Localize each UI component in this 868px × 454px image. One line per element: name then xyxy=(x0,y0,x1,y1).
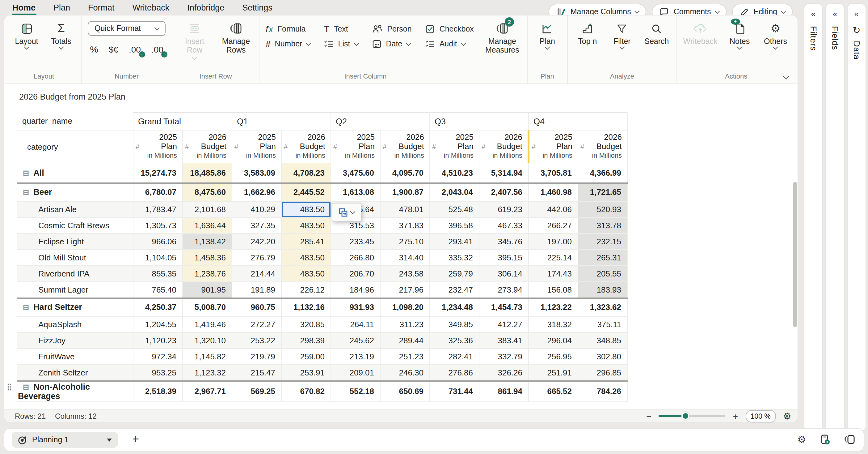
cell[interactable]: 296.85 xyxy=(578,365,627,381)
cell[interactable]: 320.85 xyxy=(281,316,331,333)
manage-measures-button[interactable]: 2 Manage Measures xyxy=(484,21,521,55)
cell[interactable]: 311.23 xyxy=(380,316,429,333)
quarter-header[interactable]: Grand Total xyxy=(133,112,232,130)
cell[interactable]: 1,323.62 xyxy=(578,298,627,316)
cell[interactable]: 960.75 xyxy=(232,298,281,316)
cell[interactable]: 302.80 xyxy=(578,348,627,365)
cell[interactable]: 383.41 xyxy=(479,333,528,348)
cell[interactable]: 1,419.46 xyxy=(182,316,232,333)
chevron-down-icon[interactable] xyxy=(350,209,355,214)
insert-checkbox-button[interactable]: Checkbox xyxy=(425,24,474,34)
fields-panel-tab[interactable]: « Fields xyxy=(825,3,844,432)
menu-plan[interactable]: Plan xyxy=(53,1,71,14)
cell[interactable]: 483.50 xyxy=(281,266,331,282)
cell[interactable]: 272.27 xyxy=(232,316,281,333)
cell[interactable]: 4,708.23 xyxy=(281,163,331,183)
vertical-scrollbar[interactable] xyxy=(793,182,797,327)
increase-decimal-button[interactable]: .00→ xyxy=(151,44,163,54)
table-settings-gear-icon[interactable]: ⚙ xyxy=(783,411,792,421)
cell[interactable]: 213.19 xyxy=(331,348,380,365)
quick-format-select[interactable]: Quick Format xyxy=(88,21,165,36)
cell[interactable]: 1,900.87 xyxy=(380,183,429,201)
cell[interactable]: 209.01 xyxy=(331,365,380,381)
cell[interactable]: 246.30 xyxy=(380,365,429,381)
cell[interactable]: 396.58 xyxy=(429,218,479,233)
cell[interactable]: 4,095.70 xyxy=(380,163,429,183)
menu-writeback[interactable]: Writeback xyxy=(132,1,170,14)
copy-sheets-icon[interactable] xyxy=(844,433,856,445)
cell[interactable]: 8,475.60 xyxy=(182,183,232,201)
cell[interactable]: 296.04 xyxy=(528,333,578,348)
cell[interactable]: 552.18 xyxy=(331,381,380,401)
cell[interactable]: 972.34 xyxy=(133,348,182,365)
cell[interactable]: 226.12 xyxy=(281,282,331,298)
quarter-header[interactable]: Q3 xyxy=(429,112,528,130)
cell[interactable]: 206.70 xyxy=(331,266,380,282)
cell[interactable]: 217.96 xyxy=(380,282,429,298)
insert-row-button[interactable]: Insert Row xyxy=(179,21,211,59)
cell[interactable]: 215.47 xyxy=(232,365,281,381)
quarter-header[interactable]: Q4 xyxy=(528,112,627,130)
cell[interactable]: 156.08 xyxy=(528,282,578,298)
row-label[interactable]: ⊟Beer xyxy=(17,183,133,201)
menu-home[interactable]: Home xyxy=(12,1,36,14)
cell[interactable]: 3,475.60 xyxy=(331,163,380,183)
totals-button[interactable]: Σ Totals xyxy=(48,21,75,49)
zoom-in-button[interactable]: + xyxy=(733,411,738,421)
corner-header-quarter-name[interactable]: quarter_name xyxy=(17,112,133,130)
quarter-header[interactable]: Q1 xyxy=(232,112,331,130)
cell[interactable]: 1,123.32 xyxy=(182,365,232,381)
cell[interactable]: 266.27 xyxy=(528,218,578,233)
others-button[interactable]: ⚙ Others xyxy=(762,21,789,49)
cell[interactable]: 232.15 xyxy=(578,233,627,250)
cell[interactable]: 4,366.99 xyxy=(578,163,627,183)
cell[interactable]: 183.93 xyxy=(578,282,627,298)
measure-header[interactable]: #2026 Budgetin Millions xyxy=(479,130,528,163)
add-sheet-button[interactable]: + xyxy=(132,432,139,446)
insert-date-button[interactable]: Date xyxy=(372,39,411,49)
cell[interactable]: 2,043.04 xyxy=(429,183,479,201)
cell[interactable]: 325.36 xyxy=(429,333,479,348)
cell[interactable]: 265.31 xyxy=(578,250,627,266)
cell[interactable]: 4,250.37 xyxy=(133,298,182,316)
manage-rows-button[interactable]: Manage Rows xyxy=(219,21,253,55)
cell[interactable]: 1,305.73 xyxy=(133,218,182,233)
cell[interactable]: 1,120.23 xyxy=(133,333,182,348)
search-button[interactable]: Search xyxy=(643,21,670,46)
cell[interactable]: 298.39 xyxy=(281,333,331,348)
cell[interactable]: 1,145.82 xyxy=(182,348,232,365)
cell[interactable]: 650.69 xyxy=(380,381,429,401)
menu-infobridge[interactable]: Infobridge xyxy=(187,1,225,14)
cell[interactable]: 197.00 xyxy=(528,233,578,250)
cell[interactable]: 665.52 xyxy=(528,381,578,401)
insert-person-button[interactable]: Person xyxy=(372,24,411,34)
row-drag-handle-icon[interactable]: ⣿ xyxy=(7,383,11,391)
row-label[interactable]: ⊟Hard Seltzer xyxy=(17,298,133,316)
cell[interactable]: 442.06 xyxy=(528,201,578,218)
cell[interactable]: 18,485.86 xyxy=(182,163,232,183)
expand-left-icon[interactable]: « xyxy=(811,9,815,19)
cell[interactable]: 371.83 xyxy=(380,218,429,233)
insert-audit-button[interactable]: Audit xyxy=(425,39,474,49)
filter-button[interactable]: Filter xyxy=(609,21,636,49)
cell[interactable]: 5,314.94 xyxy=(479,163,528,183)
collapse-row-icon[interactable]: ⊟ xyxy=(23,188,29,197)
cell[interactable]: 327.35 xyxy=(232,218,281,233)
corner-header-category[interactable]: category xyxy=(17,130,133,163)
cell[interactable]: 670.82 xyxy=(281,381,331,401)
zoom-slider[interactable] xyxy=(659,412,725,420)
cell[interactable]: 293.41 xyxy=(429,233,479,250)
cell[interactable]: 1,104.05 xyxy=(133,250,182,266)
insert-list-button[interactable]: List xyxy=(324,39,358,49)
cell[interactable]: 335.32 xyxy=(429,250,479,266)
zoom-out-button[interactable]: − xyxy=(646,411,651,421)
menu-format[interactable]: Format xyxy=(87,1,115,14)
measure-header[interactable]: #2025 Planin Millions xyxy=(429,130,479,163)
cell[interactable]: 259.79 xyxy=(429,266,479,282)
cell[interactable]: 205.55 xyxy=(578,266,627,282)
cell[interactable]: 784.26 xyxy=(578,381,627,401)
refresh-icon[interactable]: ↻ xyxy=(852,25,860,36)
insert-number-button[interactable]: # Number xyxy=(266,39,310,49)
cell[interactable]: 1,613.08 xyxy=(331,183,380,201)
cell[interactable]: 1,123.22 xyxy=(528,298,578,316)
